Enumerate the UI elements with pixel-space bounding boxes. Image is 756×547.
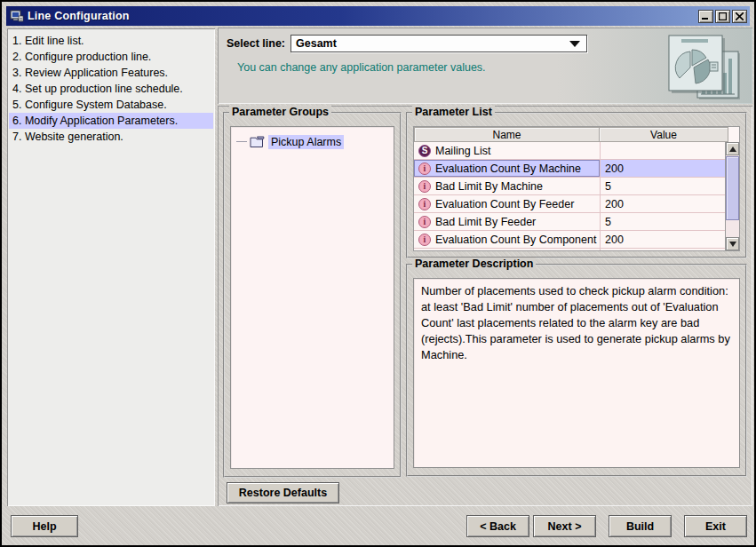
line-select-value: Gesamt (291, 37, 569, 50)
sidebar-step-5[interactable]: 5. Configure System Database. (9, 97, 213, 113)
mailing-list-icon: S (418, 145, 431, 157)
tree-node-label: Pickup Alarms (268, 135, 344, 149)
column-header-value[interactable]: Value (600, 127, 728, 142)
table-header: Name Value (414, 127, 739, 142)
table-row[interactable]: iBad Limit By Feeder 5 (414, 213, 725, 231)
minimize-icon (702, 12, 710, 20)
parameter-description-groupbox: Parameter Description Number of placemen… (406, 264, 747, 477)
info-icon: i (418, 234, 431, 246)
hint-text: You can change any application parameter… (237, 61, 486, 74)
vertical-scrollbar[interactable] (725, 142, 739, 250)
parameter-table: Name Value SMailing List iEvaluation Cou… (413, 126, 740, 251)
table-row-selected[interactable]: iEvaluation Count By Machine 200 (414, 160, 725, 178)
param-value[interactable]: 5 (600, 249, 725, 251)
scrollbar-thumb[interactable] (726, 156, 739, 220)
back-button[interactable]: < Back (466, 515, 529, 537)
scroll-down-button[interactable] (726, 237, 739, 250)
close-icon (736, 12, 744, 20)
param-name: Evaluation Count By Machine (435, 163, 581, 175)
parameters-panel: Parameter Groups Pickup Alarms Parameter… (218, 106, 752, 506)
maximize-icon (719, 12, 727, 20)
sidebar-step-3[interactable]: 3. Review Application Features. (9, 65, 213, 81)
parameter-list-title: Parameter List (412, 106, 495, 118)
scroll-up-button[interactable] (726, 142, 739, 155)
help-button[interactable]: Help (11, 515, 78, 537)
param-value[interactable] (600, 142, 725, 159)
table-row[interactable]: SMailing List (414, 142, 725, 160)
info-icon: i (418, 198, 431, 210)
parameter-groups-title: Parameter Groups (229, 106, 331, 118)
table-row[interactable]: iEvaluation Count By Feeder 200 (414, 195, 725, 213)
sidebar-step-2[interactable]: 2. Configure production line. (9, 49, 213, 65)
param-value[interactable]: 200 (600, 231, 725, 248)
next-button[interactable]: Next > (533, 515, 596, 537)
sidebar-step-4[interactable]: 4. Set up production line schedule. (9, 81, 213, 97)
sidebar-step-7[interactable]: 7. Website generation. (9, 129, 213, 145)
arrow-up-icon (729, 147, 736, 152)
table-row[interactable]: iEvaluation Count By Component 200 (414, 231, 725, 249)
param-value[interactable]: 5 (600, 178, 725, 194)
info-icon: i (418, 251, 431, 252)
wizard-steps-sidebar: 1. Edit line list. 2. Configure producti… (7, 28, 215, 506)
param-name: Mailing List (435, 145, 491, 157)
parameter-list-groupbox: Parameter List Name Value SMailing List … (406, 112, 747, 258)
info-icon: i (418, 180, 431, 193)
close-button[interactable] (732, 10, 747, 23)
tree-branch-line (236, 141, 247, 142)
table-body: SMailing List iEvaluation Count By Machi… (414, 142, 725, 250)
table-row[interactable]: iBad Limit By Component 5 (414, 249, 725, 251)
build-button[interactable]: Build (609, 515, 672, 537)
param-name: Bad Limit By Feeder (435, 216, 536, 228)
window: Line Configuration 1. Edit line list. 2.… (0, 0, 756, 547)
app-icon (10, 9, 24, 23)
line-select-dropdown[interactable]: Gesamt (290, 35, 587, 52)
table-row[interactable]: iBad Limit By Machine 5 (414, 178, 725, 195)
arrow-down-icon (729, 242, 736, 247)
param-value[interactable]: 200 (600, 195, 725, 212)
param-value[interactable]: 5 (600, 213, 725, 230)
info-icon: i (418, 216, 431, 228)
select-line-label: Select line: (227, 37, 285, 50)
titlebar[interactable]: Line Configuration (6, 6, 750, 26)
param-value[interactable]: 200 (600, 160, 725, 177)
maximize-button[interactable] (715, 10, 730, 23)
param-name: Bad Limit By Machine (435, 180, 543, 193)
tree-node-pickup-alarms[interactable]: Pickup Alarms (235, 134, 390, 149)
parameter-description-text: Number of placements used to check picku… (413, 278, 740, 468)
exit-button[interactable]: Exit (684, 515, 747, 537)
param-name: Evaluation Count By Component (435, 234, 596, 246)
sidebar-step-6-active[interactable]: 6. Modify Application Parameters. (9, 113, 213, 129)
parameter-groups-groupbox: Parameter Groups Pickup Alarms (223, 112, 402, 478)
folder-icon (250, 136, 265, 148)
chevron-down-icon (569, 41, 580, 47)
charts-illustration (658, 30, 744, 103)
parameter-groups-tree: Pickup Alarms (230, 126, 394, 469)
restore-defaults-button[interactable]: Restore Defaults (227, 482, 339, 503)
parameter-description-title: Parameter Description (412, 258, 536, 270)
info-icon: i (418, 163, 431, 175)
line-select-panel: Select line: Gesamt You can change any a… (218, 28, 752, 104)
window-title: Line Configuration (28, 10, 698, 22)
sidebar-step-1[interactable]: 1. Edit line list. (9, 33, 213, 49)
param-name: Evaluation Count By Feeder (435, 198, 574, 210)
minimize-button[interactable] (698, 10, 713, 23)
column-header-name[interactable]: Name (414, 127, 600, 142)
param-name: Bad Limit By Component (435, 251, 558, 252)
